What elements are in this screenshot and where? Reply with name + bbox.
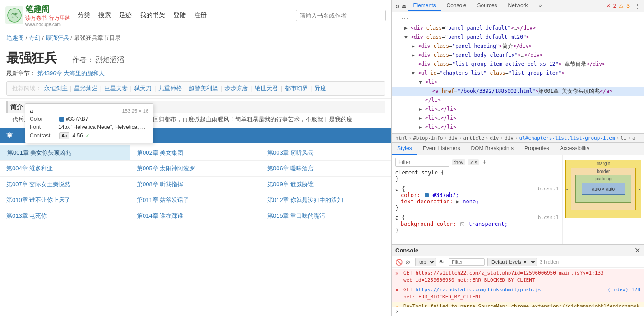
- dom-line[interactable]: ▼ <ul id="chapters-list" class="list-gro…: [392, 69, 644, 78]
- expand-icon[interactable]: ▶: [404, 25, 408, 31]
- breadcrumb-genre[interactable]: 奇幻: [29, 34, 41, 41]
- rec-link-5[interactable]: 九重神格: [158, 85, 182, 92]
- rec-link-6[interactable]: 超警美利坚: [189, 85, 218, 92]
- collapse-icon[interactable]: ▼: [404, 34, 408, 40]
- chapter-link[interactable]: 第001章 美女你头顶凶兆: [6, 149, 72, 156]
- tab-more[interactable]: »: [533, 0, 547, 11]
- css-arrow-none[interactable]: ▶: [456, 198, 459, 205]
- dom-line[interactable]: ▼ <div class="panel panel-default mt20">: [392, 32, 644, 41]
- console-filter-input[interactable]: [449, 258, 485, 266]
- rec-link-4[interactable]: 弑天刀: [134, 85, 152, 92]
- dom-line[interactable]: ▶ <div class="panel panel-default">…</di…: [392, 23, 644, 32]
- tab-event-listeners[interactable]: Event Listeners: [417, 143, 466, 155]
- search-input[interactable]: [296, 10, 386, 21]
- dom-tree[interactable]: ··· ▶ <div class="panel panel-default">……: [392, 12, 644, 134]
- bc-a[interactable]: a: [632, 135, 635, 141]
- expand-icon[interactable]: ▶: [419, 106, 422, 112]
- rec-link-1[interactable]: 永恒剑主: [44, 85, 68, 92]
- chapter-link[interactable]: 第013章 电死你: [6, 212, 47, 219]
- dom-line[interactable]: ▶ <li>…</li>: [392, 114, 644, 123]
- tab-dom-breakpoints[interactable]: DOM Breakpoints: [465, 143, 519, 155]
- dom-line[interactable]: ▶ <div class="panel-heading">简介</div>: [392, 41, 644, 50]
- console-levels-select[interactable]: Default levels ▼: [487, 258, 537, 266]
- chapter-link[interactable]: 第011章 姑爷发话了: [137, 197, 189, 203]
- dom-line[interactable]: ▶ <li>…</li>: [392, 123, 644, 132]
- filter-input[interactable]: [395, 158, 449, 167]
- tab-accessibility[interactable]: Accessibility: [555, 143, 595, 155]
- console-clear-icon[interactable]: 🚫: [395, 259, 403, 266]
- chapter-link[interactable]: 第009章 谁威胁谁: [267, 181, 314, 188]
- bc-div3[interactable]: div: [505, 135, 514, 141]
- nav-footprint[interactable]: 足迹: [119, 11, 132, 19]
- nav-bookshelf[interactable]: 我的书架: [140, 11, 165, 19]
- latest-chapter-link[interactable]: 第4396章 大海里的舰和人: [37, 70, 105, 77]
- chapter-link[interactable]: 第003章 窃听风云: [267, 149, 314, 156]
- device-icon[interactable]: ⏏: [402, 2, 406, 9]
- chapter-link[interactable]: 第004章 维多利亚: [6, 165, 53, 172]
- expand-icon[interactable]: ▶: [419, 115, 422, 121]
- cls-button[interactable]: .cls: [468, 159, 479, 165]
- collapse-icon[interactable]: ▼: [419, 79, 422, 85]
- bc-article[interactable]: article: [463, 135, 484, 141]
- console-eye-icon[interactable]: 👁: [439, 259, 446, 266]
- breadcrumb-book[interactable]: 最强狂兵: [46, 34, 69, 41]
- chapter-link[interactable]: 第014章 谁在踩谁: [137, 212, 183, 219]
- console-link-push-js[interactable]: https://zz.bdstatic.com/linksubmit/push.…: [416, 287, 541, 293]
- chapter-link[interactable]: 第002章 美女集团: [137, 149, 183, 156]
- console-input[interactable]: [401, 308, 640, 315]
- nav-register[interactable]: 注册: [194, 11, 207, 19]
- bc-html[interactable]: html: [395, 135, 408, 141]
- chapter-link[interactable]: 第006章 暖味酒店: [267, 165, 314, 172]
- expand-icon[interactable]: ▶: [412, 43, 415, 49]
- tab-elements[interactable]: Elements: [408, 0, 441, 11]
- bc-div1[interactable]: div: [449, 135, 458, 141]
- tab-console[interactable]: Console: [441, 0, 472, 11]
- bc-btop[interactable]: #btop-info: [413, 135, 443, 141]
- tab-sources[interactable]: Sources: [472, 0, 503, 11]
- chapter-link[interactable]: 第010章 谁不让你上床了: [6, 197, 70, 203]
- dom-line[interactable]: <div class="list-group-item active col-x…: [392, 60, 644, 69]
- console-context-select[interactable]: top: [415, 258, 436, 266]
- dom-line[interactable]: ▶ <li>…</li>: [392, 105, 644, 114]
- bc-div2[interactable]: div: [490, 135, 499, 141]
- expand-icon[interactable]: ▶: [419, 124, 422, 130]
- hov-button[interactable]: :hov: [452, 159, 465, 165]
- tab-network[interactable]: Network: [503, 0, 533, 11]
- expand-icon[interactable]: ▶: [412, 52, 415, 58]
- ellipsis-icon: ···: [401, 16, 409, 21]
- console-close-icon[interactable]: ✕: [635, 246, 640, 255]
- bc-ul[interactable]: ul#chapters-list.list-group-item: [519, 135, 615, 141]
- chapter-link[interactable]: 第008章 听我指挥: [137, 181, 183, 188]
- rec-link-9[interactable]: 都市幻界: [285, 85, 308, 92]
- chapter-link[interactable]: 第015章 重口味的嘴污: [267, 212, 325, 219]
- tooltip-dimensions: 153.25 × 16: [122, 108, 148, 114]
- dom-line[interactable]: ···: [392, 14, 644, 23]
- rec-link-10[interactable]: 异度: [315, 85, 326, 92]
- collapse-icon[interactable]: ▼: [412, 70, 415, 76]
- breadcrumb-home[interactable]: 笔趣阁: [6, 34, 24, 41]
- dom-line[interactable]: ▶ <div class="panel-body clearfix">…</di…: [392, 50, 644, 60]
- dom-line[interactable]: </li>: [392, 96, 644, 105]
- chapter-link[interactable]: 第007章 交际女王秦悦然: [6, 181, 70, 188]
- dom-line-selected[interactable]: <a href="/book/3392/1885002.html">第001章 …: [392, 87, 644, 96]
- tooltip-color-swatch: [59, 117, 64, 122]
- nav-classify[interactable]: 分类: [78, 11, 90, 19]
- more-options-icon[interactable]: ⋮: [634, 2, 640, 9]
- chapter-link[interactable]: 第012章 你就是泼妇中的泼妇: [267, 197, 343, 203]
- rec-link-8[interactable]: 绝世天君: [255, 85, 278, 92]
- rec-link-7[interactable]: 步步惊唐: [224, 85, 248, 92]
- bc-li[interactable]: li: [621, 135, 626, 141]
- add-rule-button[interactable]: +: [482, 158, 486, 166]
- console-pause-icon[interactable]: ⊘: [405, 259, 412, 266]
- rec-link-2[interactable]: 星光灿烂: [74, 85, 97, 92]
- cursor-icon[interactable]: ↻: [395, 2, 399, 10]
- rec-link-3[interactable]: 巨星夫妻: [104, 85, 128, 92]
- dom-line[interactable]: ▼ <li>: [392, 78, 644, 87]
- chapter-link[interactable]: 第005章 太阳神阿波罗: [137, 165, 195, 172]
- tab-styles[interactable]: Styles: [392, 143, 417, 155]
- nav-login[interactable]: 登陆: [173, 11, 186, 19]
- tab-properties[interactable]: Properties: [519, 143, 555, 155]
- css-source[interactable]: b.css:1: [538, 215, 559, 220]
- nav-search[interactable]: 搜索: [98, 11, 111, 19]
- css-source[interactable]: b.css:1: [538, 186, 559, 192]
